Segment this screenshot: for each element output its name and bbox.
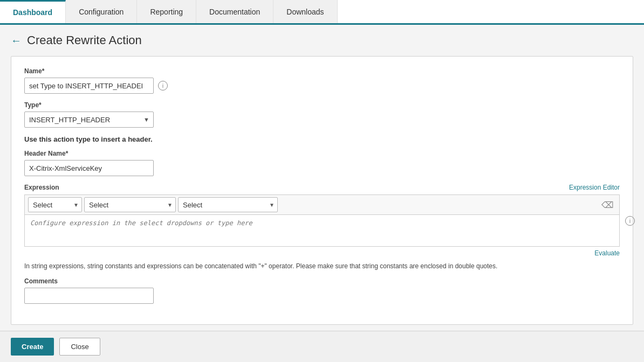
nav-item-documentation[interactable]: Documentation (196, 0, 273, 23)
expr-select-2-wrapper: Select ▼ (84, 197, 176, 212)
nav-item-downloads[interactable]: Downloads (273, 0, 337, 23)
expression-select-3[interactable]: Select (178, 197, 278, 212)
bottom-bar: Create Close (0, 331, 644, 333)
expression-textarea-wrapper (24, 214, 620, 247)
evaluate-row: Evaluate (24, 249, 620, 257)
name-row: i (24, 78, 620, 94)
expression-label: Expression (24, 184, 59, 191)
expression-hint-text: In string expressions, string constants … (24, 262, 620, 270)
expression-select-1[interactable]: Select (28, 197, 82, 212)
comments-label: Comments (24, 277, 620, 285)
back-button[interactable]: ← (11, 34, 22, 47)
expression-editor-link[interactable]: Expression Editor (569, 184, 620, 191)
name-field-group: Name* i (24, 67, 620, 94)
action-hint-text: Use this action type to insert a header. (24, 135, 620, 143)
name-input[interactable] (24, 78, 154, 94)
type-field-group: Type* INSERT_HTTP_HEADER ▼ (24, 101, 620, 128)
top-navigation: Dashboard Configuration Reporting Docume… (0, 0, 644, 25)
expr-select-1-wrapper: Select ▼ (28, 197, 82, 212)
expression-info-icon[interactable]: i (625, 216, 635, 226)
expression-selects-row: Select ▼ Select ▼ Select ▼ ⌫ (24, 194, 620, 214)
name-label: Name* (24, 67, 620, 75)
nav-item-dashboard[interactable]: Dashboard (0, 0, 66, 23)
expression-clear-button[interactable]: ⌫ (599, 199, 616, 211)
expression-outer: Select ▼ Select ▼ Select ▼ ⌫ (24, 194, 620, 247)
expr-select-3-wrapper: Select ▼ (178, 197, 278, 212)
header-name-field-group: Header Name* (24, 150, 620, 176)
evaluate-link[interactable]: Evaluate (594, 249, 620, 257)
type-select[interactable]: INSERT_HTTP_HEADER (24, 112, 154, 128)
page-title-row: ← Create Rewrite Action (11, 33, 633, 47)
page-content: ← Create Rewrite Action Name* i Type* IN… (0, 25, 644, 333)
header-name-input[interactable] (24, 160, 154, 176)
expression-textarea[interactable] (25, 215, 619, 245)
expression-select-2[interactable]: Select (84, 197, 176, 212)
header-name-label: Header Name* (24, 150, 620, 157)
comments-field-group: Comments (24, 277, 620, 304)
type-select-wrapper: INSERT_HTTP_HEADER ▼ (24, 112, 154, 128)
page-title: Create Rewrite Action (27, 33, 142, 47)
expression-header: Expression Expression Editor (24, 184, 620, 191)
comments-input[interactable] (24, 288, 154, 304)
nav-item-configuration[interactable]: Configuration (66, 0, 137, 23)
name-info-icon[interactable]: i (158, 81, 168, 90)
nav-item-reporting[interactable]: Reporting (137, 0, 196, 23)
form-card: Name* i Type* INSERT_HTTP_HEADER ▼ Use t… (11, 56, 633, 325)
type-label: Type* (24, 101, 620, 109)
